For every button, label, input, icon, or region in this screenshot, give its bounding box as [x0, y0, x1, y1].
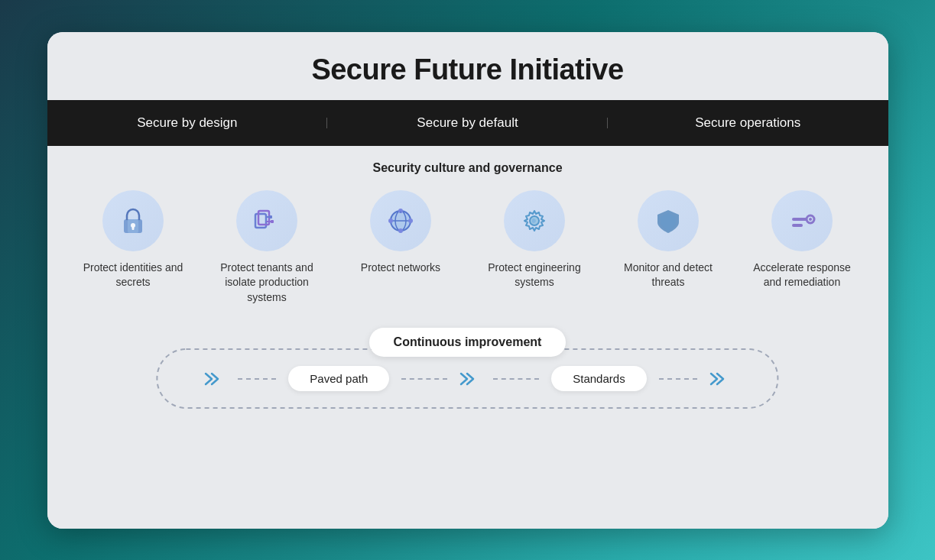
svg-point-24	[809, 218, 812, 221]
icon-label-accelerate-response: Accelerate response and remediation	[747, 261, 858, 290]
paved-path-button[interactable]: Paved path	[288, 366, 389, 391]
header-secure-by-design: Secure by design	[47, 115, 328, 131]
network-icon	[370, 190, 431, 251]
shield-icon	[638, 190, 699, 251]
chevron-left-1-icon	[204, 371, 226, 387]
icon-item-protect-identities: Protect identities and secrets	[78, 190, 189, 306]
dotted-line-4	[659, 378, 697, 380]
standards-button[interactable]: Standards	[551, 366, 646, 391]
icon-item-protect-tenants: Protect tenants and isolate production s…	[212, 190, 323, 306]
svg-rect-4	[255, 214, 266, 228]
main-card: Secure Future Initiative Secure by desig…	[47, 32, 888, 529]
header-secure-by-default: Secure by default	[327, 115, 608, 131]
icons-row: Protect identities and secrets	[70, 190, 865, 306]
continuous-improvement-badge: Continuous improvement	[369, 328, 567, 357]
svg-rect-3	[132, 227, 135, 230]
svg-rect-8	[269, 215, 272, 218]
icon-item-accelerate-response: Accelerate response and remediation	[747, 190, 858, 306]
svg-point-16	[388, 218, 393, 223]
svg-rect-9	[271, 220, 274, 223]
icon-label-protect-identities: Protect identities and secrets	[78, 261, 189, 290]
circuit-icon	[236, 190, 297, 251]
title-section: Secure Future Initiative	[47, 32, 888, 100]
icon-label-protect-networks: Protect networks	[361, 261, 440, 276]
icon-label-protect-tenants: Protect tenants and isolate production s…	[212, 261, 323, 306]
lock-icon	[102, 190, 164, 251]
svg-rect-22	[792, 224, 803, 227]
page-title: Secure Future Initiative	[63, 53, 873, 86]
dotted-line-1	[238, 378, 276, 380]
header-bar: Secure by design Secure by default Secur…	[47, 100, 888, 146]
icon-item-protect-networks: Protect networks	[346, 190, 456, 306]
main-content: Security culture and governance Protect …	[47, 146, 888, 529]
svg-rect-21	[792, 218, 807, 221]
improvement-wrapper: Continuous improvement Paved path	[70, 328, 865, 411]
icon-item-monitor-detect: Monitor and detect threats	[613, 190, 724, 306]
header-secure-operations: Secure operations	[608, 115, 888, 131]
dotted-line-2	[401, 378, 447, 380]
dotted-line-3	[493, 378, 539, 380]
ci-label-row: Continuous improvement	[369, 328, 567, 357]
dash-icon	[771, 190, 833, 251]
svg-point-15	[408, 218, 413, 223]
chevron-right-icon	[709, 371, 731, 387]
svg-point-17	[398, 228, 403, 233]
icon-label-protect-engineering: Protect engineering systems	[479, 261, 590, 290]
governance-label: Security culture and governance	[372, 161, 562, 175]
gear-icon	[504, 190, 565, 251]
icon-label-monitor-detect: Monitor and detect threats	[613, 261, 724, 290]
chevron-middle-icon	[459, 371, 481, 387]
icon-item-protect-engineering: Protect engineering systems	[479, 190, 590, 306]
